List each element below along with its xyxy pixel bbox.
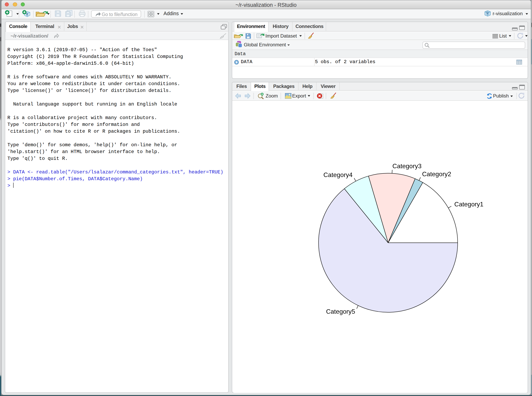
- svg-text:Category4: Category4: [323, 171, 352, 178]
- svg-text:R: R: [486, 11, 489, 15]
- svg-text:Category3: Category3: [392, 163, 421, 170]
- svg-text:Category1: Category1: [454, 201, 483, 208]
- svg-text:Category2: Category2: [422, 170, 451, 178]
- svg-text:Category5: Category5: [326, 308, 355, 315]
